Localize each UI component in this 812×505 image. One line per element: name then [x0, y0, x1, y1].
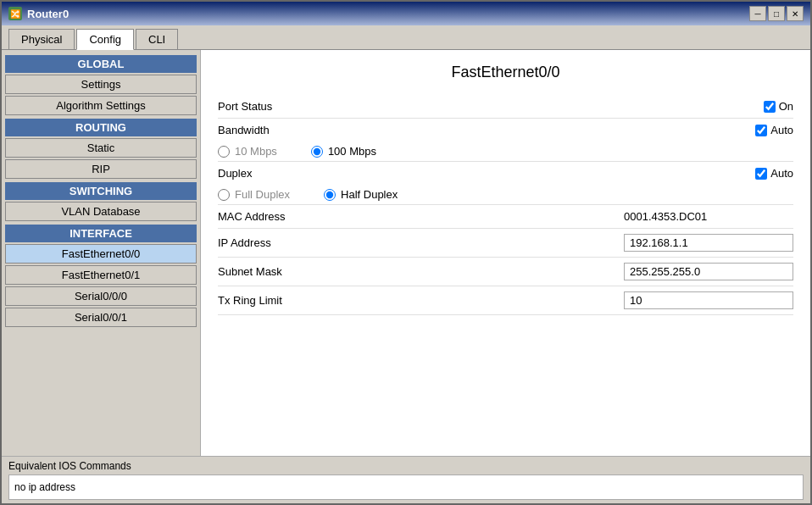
- sidebar-item-settings[interactable]: Settings: [5, 75, 197, 94]
- window-controls: ─ □ ✕: [749, 6, 804, 21]
- sidebar-item-algorithm-settings[interactable]: Algorithm Settings: [5, 96, 197, 115]
- bandwidth-100mbps-text: 100 Mbps: [328, 145, 376, 158]
- window-title: Router0: [27, 8, 69, 20]
- port-status-value: On: [764, 100, 793, 113]
- main-window: 🔀 Router0 ─ □ ✕ Physical Config CLI GLOB…: [0, 0, 812, 505]
- field-row-port-status: Port Status On: [218, 95, 793, 119]
- duplex-auto-checkbox[interactable]: [755, 168, 767, 180]
- maximize-button[interactable]: □: [768, 6, 785, 21]
- bandwidth-auto-value: Auto: [755, 124, 793, 136]
- panel-title: FastEthernet0/0: [218, 64, 793, 81]
- tab-cli[interactable]: CLI: [136, 29, 178, 49]
- ip-address-label: IP Address: [218, 236, 353, 249]
- field-row-tx-ring: Tx Ring Limit: [218, 286, 793, 315]
- field-row-duplex: Duplex Auto Full Duplex: [218, 162, 793, 205]
- bandwidth-100mbps-label[interactable]: 100 Mbps: [311, 145, 376, 158]
- field-row-ip: IP Address: [218, 229, 793, 258]
- bandwidth-label: Bandwidth: [218, 124, 353, 136]
- sidebar-section-routing: ROUTING: [5, 119, 197, 136]
- subnet-mask-label: Subnet Mask: [218, 265, 353, 278]
- title-bar-left: 🔀 Router0: [8, 7, 69, 20]
- sidebar-section-switching: SWITCHING: [5, 182, 197, 200]
- minimize-button[interactable]: ─: [749, 6, 766, 21]
- mac-address-value: 0001.4353.DC01: [624, 210, 793, 223]
- close-button[interactable]: ✕: [787, 6, 804, 21]
- sidebar-item-rip[interactable]: RIP: [5, 159, 197, 179]
- tx-ring-limit-input[interactable]: [624, 291, 793, 309]
- duplex-label: Duplex: [218, 167, 353, 180]
- app-icon: 🔀: [8, 7, 22, 20]
- sidebar-item-serial000[interactable]: Serial0/0/0: [5, 286, 197, 306]
- tab-config[interactable]: Config: [76, 29, 134, 50]
- port-status-checkbox[interactable]: [764, 101, 776, 113]
- tx-ring-limit-value: [624, 291, 793, 309]
- sidebar-section-global: GLOBAL: [5, 55, 197, 73]
- sidebar-item-static[interactable]: Static: [5, 138, 197, 158]
- mac-address-label: MAC Address: [218, 210, 353, 223]
- ios-command-text: no ip address: [14, 481, 75, 493]
- port-status-label: Port Status: [218, 100, 353, 113]
- bandwidth-10mbps-label[interactable]: 10 Mbps: [218, 145, 277, 158]
- bandwidth-header-row: Bandwidth Auto: [218, 119, 793, 142]
- bandwidth-10mbps-radio[interactable]: [218, 146, 230, 158]
- bandwidth-auto-text: Auto: [770, 124, 793, 136]
- tab-bar: Physical Config CLI: [2, 25, 810, 50]
- main-panel: FastEthernet0/0 Port Status On Bandwidth: [201, 50, 810, 456]
- sidebar-section-interface: INTERFACE: [5, 225, 197, 242]
- duplex-header-row: Duplex Auto: [218, 162, 793, 185]
- port-status-checkbox-label[interactable]: On: [764, 100, 793, 113]
- ip-address-input[interactable]: [624, 234, 793, 252]
- subnet-mask-input[interactable]: [624, 263, 793, 280]
- duplex-half-radio[interactable]: [324, 189, 336, 201]
- bandwidth-radio-group: 10 Mbps 100 Mbps: [218, 142, 793, 162]
- bandwidth-100mbps-radio[interactable]: [311, 146, 323, 158]
- bandwidth-auto-label[interactable]: Auto: [755, 124, 793, 136]
- field-row-bandwidth: Bandwidth Auto 10 Mbps: [218, 119, 793, 162]
- field-row-mac: MAC Address 0001.4353.DC01: [218, 205, 793, 229]
- sidebar-item-serial001[interactable]: Serial0/0/1: [5, 308, 197, 327]
- duplex-auto-value: Auto: [755, 167, 793, 180]
- title-bar: 🔀 Router0 ─ □ ✕: [2, 2, 810, 25]
- sidebar-item-fastethernet00[interactable]: FastEthernet0/0: [5, 244, 197, 264]
- bottom-bar: Equivalent IOS Commands no ip address: [2, 456, 810, 503]
- duplex-radio-group: Full Duplex Half Duplex: [218, 185, 793, 205]
- tx-ring-limit-label: Tx Ring Limit: [218, 294, 353, 307]
- duplex-auto-text: Auto: [770, 167, 793, 180]
- bandwidth-auto-checkbox[interactable]: [755, 125, 767, 136]
- field-row-subnet: Subnet Mask: [218, 258, 793, 286]
- ip-address-value: [624, 234, 793, 252]
- duplex-half-label[interactable]: Half Duplex: [324, 188, 398, 201]
- sidebar: GLOBAL Settings Algorithm Settings ROUTI…: [2, 50, 201, 456]
- sidebar-item-fastethernet01[interactable]: FastEthernet0/1: [5, 265, 197, 285]
- equivalent-ios-label: Equivalent IOS Commands: [8, 460, 804, 472]
- duplex-auto-label[interactable]: Auto: [755, 167, 793, 180]
- duplex-full-label[interactable]: Full Duplex: [218, 188, 290, 201]
- mac-address-text: 0001.4353.DC01: [624, 210, 793, 223]
- port-status-on-label: On: [779, 100, 793, 113]
- duplex-full-radio[interactable]: [218, 189, 230, 201]
- ios-commands-area: no ip address: [8, 474, 804, 500]
- content-area: GLOBAL Settings Algorithm Settings ROUTI…: [2, 50, 810, 456]
- sidebar-item-vlan-database[interactable]: VLAN Database: [5, 202, 197, 221]
- subnet-mask-value: [624, 263, 793, 280]
- tab-physical[interactable]: Physical: [8, 29, 75, 49]
- bandwidth-10mbps-text: 10 Mbps: [235, 145, 277, 158]
- duplex-half-text: Half Duplex: [341, 188, 398, 201]
- duplex-full-text: Full Duplex: [235, 188, 290, 201]
